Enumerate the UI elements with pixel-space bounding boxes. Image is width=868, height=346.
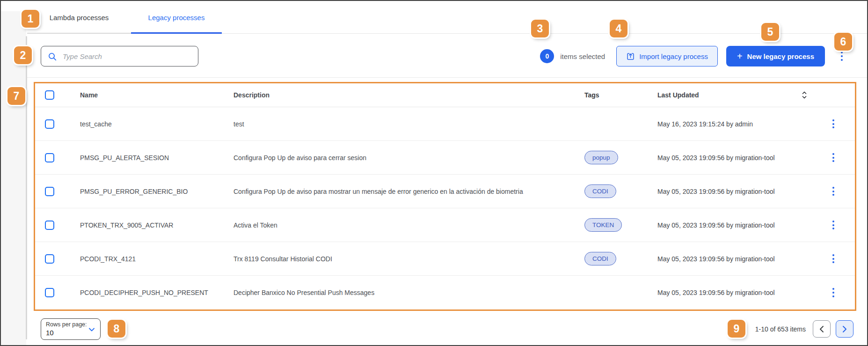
annotation-badge-7: 7 (7, 87, 25, 105)
row-last-updated: May 05, 2023 19:09:56 by migration-tool (657, 221, 775, 229)
row-kebab-menu-icon[interactable] (829, 287, 838, 298)
select-all-checkbox[interactable] (45, 90, 54, 100)
upload-icon (626, 52, 635, 61)
row-last-updated: May 16, 2023 19:15:24 by admin (657, 120, 753, 128)
row-description: Activa el Token (233, 221, 584, 229)
table-row[interactable]: PMSG_PU_ERROR_GENERIC_BIO Configura Pop … (35, 175, 855, 208)
header-tags[interactable]: Tags (584, 91, 657, 99)
row-kebab-menu-icon[interactable] (829, 152, 838, 163)
header-description[interactable]: Description (233, 91, 584, 99)
annotation-badge-6: 6 (834, 33, 852, 51)
tab-lambda-processes[interactable]: Lambda processes (27, 1, 131, 34)
chevron-right-icon (842, 325, 847, 333)
row-last-updated: May 05, 2023 19:09:56 by migration-tool (657, 289, 775, 296)
rows-per-page-select[interactable]: Rows per page: 10 (41, 318, 101, 340)
tab-lambda-label: Lambda processes (50, 14, 109, 22)
pagination-range-label: 1-10 of 653 items (755, 325, 806, 333)
search-input[interactable] (63, 47, 194, 66)
row-description: Trx 8119 Consultar Historial CODI (233, 255, 584, 263)
row-name: PCODI_DECIPHER_PUSH_NO_PRESENT (80, 289, 233, 296)
selected-count-label: items selected (560, 52, 605, 60)
row-kebab-menu-icon[interactable] (829, 118, 838, 129)
row-checkbox[interactable] (45, 153, 54, 162)
tab-legacy-processes[interactable]: Legacy processes (131, 1, 222, 34)
next-page-button[interactable] (836, 320, 853, 338)
pagination: 1-10 of 653 items (755, 320, 853, 338)
row-checkbox[interactable] (45, 187, 54, 196)
tag-pill: CODI (584, 252, 616, 265)
annotation-badge-4: 4 (610, 20, 627, 37)
import-button-label: Import legacy process (639, 52, 708, 60)
tab-legacy-label: Legacy processes (148, 14, 205, 22)
row-checkbox[interactable] (45, 221, 54, 230)
annotation-badge-2: 2 (14, 46, 32, 64)
table-row[interactable]: test_cache test May 16, 2023 19:15:24 by… (35, 107, 855, 141)
annotation-badge-8: 8 (108, 320, 125, 338)
toolbar-kebab-menu-icon[interactable] (838, 51, 846, 62)
chevron-down-icon (88, 327, 95, 332)
tag-pill: popup (584, 151, 618, 164)
row-kebab-menu-icon[interactable] (829, 253, 838, 264)
row-name: PCODI_TRX_4121 (80, 255, 233, 263)
row-name: PMSG_PU_ALERTA_SESION (80, 154, 233, 162)
row-name: PTOKEN_TRX_9005_ACTIVAR (80, 221, 233, 229)
row-last-updated: May 05, 2023 19:09:56 by migration-tool (657, 255, 775, 263)
search-icon (48, 52, 57, 61)
process-table: Name Description Tags Last Updated test_… (34, 82, 856, 311)
annotation-badge-5: 5 (761, 23, 779, 41)
row-description: Decipher Banxico No Presential Push Mess… (233, 289, 584, 296)
table-header-row: Name Description Tags Last Updated (35, 83, 855, 107)
row-kebab-menu-icon[interactable] (829, 220, 838, 230)
tag-pill: CODI (584, 184, 616, 198)
table-row[interactable]: PCODI_DECIPHER_PUSH_NO_PRESENT Decipher … (35, 276, 855, 309)
new-button-label: New legacy process (747, 52, 814, 60)
row-description: Configura Pop Up de aviso para mostrar u… (233, 188, 584, 195)
search-box (41, 46, 198, 66)
annotation-badge-1: 1 (22, 10, 39, 28)
row-checkbox[interactable] (45, 119, 54, 129)
import-legacy-process-button[interactable]: Import legacy process (616, 46, 718, 66)
table-row[interactable]: PTOKEN_TRX_9005_ACTIVAR Activa el Token … (35, 208, 855, 242)
row-last-updated: May 05, 2023 19:09:56 by migration-tool (657, 188, 775, 195)
section-divider (27, 77, 867, 78)
row-description: Configura Pop Up de aviso para cerrar se… (233, 154, 584, 162)
toolbar: 0 items selected Import legacy process +… (27, 34, 867, 77)
annotation-badge-3: 3 (531, 20, 549, 37)
table-body: test_cache test May 16, 2023 19:15:24 by… (35, 107, 855, 309)
table-row[interactable]: PMSG_PU_ALERTA_SESION Configura Pop Up d… (35, 141, 855, 175)
selected-count-badge: 0 (540, 49, 554, 63)
tag-pill: TOKEN (584, 218, 622, 232)
rows-per-page-label: Rows per page: (46, 321, 95, 328)
previous-page-button[interactable] (813, 320, 831, 338)
row-name: test_cache (80, 120, 233, 128)
sort-icon[interactable] (802, 91, 807, 99)
row-name: PMSG_PU_ERROR_GENERIC_BIO (80, 188, 233, 195)
row-checkbox[interactable] (45, 288, 54, 297)
row-description: test (233, 120, 584, 128)
row-kebab-menu-icon[interactable] (829, 186, 838, 197)
row-last-updated: May 05, 2023 19:09:56 by migration-tool (657, 154, 775, 162)
new-legacy-process-button[interactable]: + New legacy process (726, 46, 825, 66)
left-divider (26, 36, 27, 339)
header-last-updated-label: Last Updated (657, 91, 699, 99)
app: Lambda processes Legacy processes 0 item… (0, 0, 868, 346)
tab-bar: Lambda processes Legacy processes (27, 1, 867, 34)
plus-icon: + (737, 52, 743, 61)
header-last-updated[interactable]: Last Updated (657, 91, 812, 99)
chevron-left-icon (819, 325, 824, 333)
row-checkbox[interactable] (45, 254, 54, 264)
header-name[interactable]: Name (80, 91, 233, 99)
toolbar-actions: 0 items selected Import legacy process +… (540, 46, 846, 66)
table-row[interactable]: PCODI_TRX_4121 Trx 8119 Consultar Histor… (35, 242, 855, 276)
annotation-badge-9: 9 (728, 320, 745, 338)
